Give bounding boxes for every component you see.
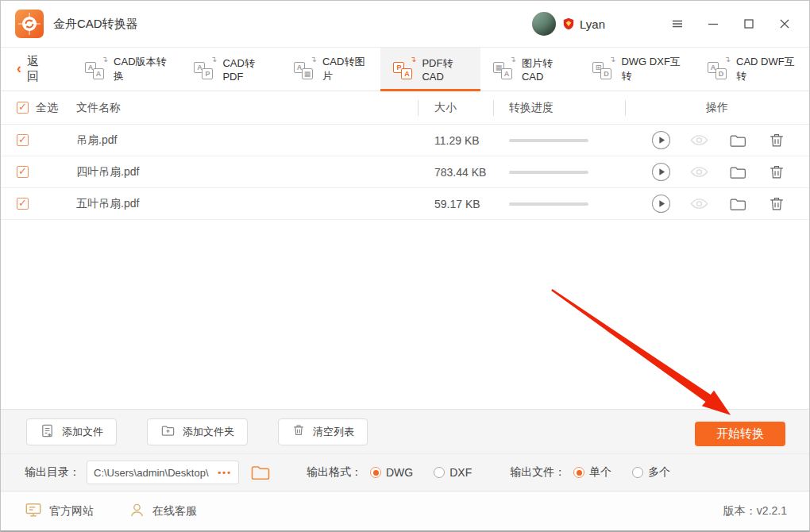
- add-file-button[interactable]: 添加文件: [26, 418, 117, 445]
- tab-pdf-to-cad[interactable]: P↴A PDF转CAD: [380, 48, 480, 91]
- doc-convert-icon: A↴▦: [294, 60, 315, 79]
- radio-single-control: [573, 467, 584, 478]
- file-size: 59.17 KB: [418, 198, 493, 210]
- select-all-checkbox[interactable]: [17, 102, 29, 114]
- clear-list-trash-icon: [291, 423, 306, 440]
- monitor-icon: [25, 501, 42, 521]
- open-output-folder-icon[interactable]: [249, 461, 272, 484]
- doc-convert-icon: A↴A: [85, 60, 106, 79]
- delete-trash-icon[interactable]: [766, 162, 787, 183]
- open-folder-icon[interactable]: [727, 162, 748, 183]
- delete-trash-icon[interactable]: [766, 194, 787, 214]
- radio-multi-control: [632, 467, 643, 478]
- file-size: 11.29 KB: [418, 134, 493, 147]
- row-checkbox[interactable]: [17, 198, 29, 210]
- open-folder-icon[interactable]: [727, 194, 748, 214]
- close-button[interactable]: [777, 17, 792, 31]
- play-icon[interactable]: [650, 162, 671, 183]
- app-logo-icon: [15, 10, 44, 38]
- doc-convert-icon: ▦↴A: [493, 60, 515, 79]
- select-all-label: 全选: [36, 101, 58, 115]
- start-convert-button[interactable]: 开始转换: [695, 421, 785, 445]
- progress-bar: [509, 139, 588, 142]
- play-icon[interactable]: [650, 130, 671, 151]
- person-icon: [129, 502, 145, 521]
- tab-cad-dwf-convert[interactable]: A↴D CAD DWF互转: [695, 48, 809, 91]
- clear-list-button[interactable]: 清空列表: [278, 418, 368, 445]
- back-button[interactable]: ‹ 返回: [1, 48, 64, 91]
- preview-eye-icon[interactable]: [689, 130, 710, 151]
- output-format-label: 输出格式：: [307, 465, 362, 480]
- column-header-name: 文件名称: [60, 101, 418, 115]
- output-file-label: 输出文件：: [510, 465, 565, 480]
- row-checkbox[interactable]: [17, 134, 29, 146]
- file-name: 四叶吊扇.pdf: [60, 165, 418, 179]
- tab-image-to-cad[interactable]: ▦↴A 图片转CAD: [480, 48, 580, 91]
- table-header: 全选 文件名称 大小 转换进度 操作: [1, 91, 809, 125]
- column-header-size: 大小: [418, 101, 493, 115]
- file-name: 吊扇.pdf: [60, 133, 418, 148]
- preview-eye-icon[interactable]: [689, 162, 710, 183]
- tab-cad-version-convert[interactable]: A↴A CAD版本转换: [72, 48, 181, 91]
- add-file-icon: [40, 423, 55, 441]
- open-folder-icon[interactable]: [727, 130, 748, 151]
- progress-bar: [509, 202, 588, 206]
- vip-badge-icon: [562, 17, 575, 30]
- row-checkbox[interactable]: [17, 166, 29, 178]
- avatar[interactable]: [532, 12, 556, 36]
- preview-eye-icon[interactable]: [689, 194, 710, 214]
- radio-dwg-control: [370, 467, 381, 478]
- add-folder-icon: [160, 423, 176, 441]
- progress-bar: [509, 171, 588, 174]
- doc-convert-icon: ⊞↴D: [592, 60, 614, 79]
- delete-trash-icon[interactable]: [766, 130, 787, 151]
- username[interactable]: Lyan: [580, 17, 605, 31]
- bottom-panel: 添加文件 添加文件夹 清空列表 开始转换 输出目录： C:\Users\admi…: [1, 409, 809, 491]
- file-name: 五叶吊扇.pdf: [60, 197, 418, 211]
- titlebar: 金舟CAD转换器 Lyan: [1, 1, 809, 48]
- radio-dxf[interactable]: DXF: [434, 466, 472, 479]
- doc-convert-icon: A↴D: [708, 60, 729, 79]
- back-label: 返回: [27, 54, 48, 84]
- version-label: 版本：v2.2.1: [723, 504, 787, 519]
- file-table: 全选 文件名称 大小 转换进度 操作 吊扇.pdf 11.29 KB 四叶吊扇.…: [1, 91, 809, 220]
- maximize-button[interactable]: [742, 17, 756, 31]
- file-size: 783.44 KB: [418, 166, 493, 179]
- menu-icon[interactable]: [670, 17, 685, 31]
- empty-area: [1, 220, 809, 409]
- browse-button[interactable]: •••: [218, 468, 232, 477]
- doc-convert-icon: P↴A: [393, 60, 415, 79]
- radio-dxf-control: [434, 467, 445, 478]
- official-website-link[interactable]: 官方网站: [25, 501, 94, 521]
- column-header-actions: 操作: [625, 101, 809, 115]
- radio-dwg[interactable]: DWG: [370, 466, 413, 479]
- output-dir-input[interactable]: C:\Users\admin\Desktop\ •••: [87, 461, 239, 484]
- minimize-button[interactable]: [706, 17, 720, 31]
- online-support-link[interactable]: 在线客服: [129, 502, 197, 521]
- table-row: 吊扇.pdf 11.29 KB: [1, 125, 809, 156]
- chevron-left-icon: ‹: [17, 61, 21, 75]
- app-window: 金舟CAD转换器 Lyan: [0, 0, 810, 532]
- tab-cad-to-image[interactable]: A↴▦ CAD转图片: [281, 48, 381, 91]
- radio-multi-file[interactable]: 多个: [632, 465, 670, 480]
- play-icon[interactable]: [650, 194, 671, 214]
- output-dir-label: 输出目录：: [25, 465, 80, 480]
- column-header-progress: 转换进度: [493, 101, 625, 115]
- table-row: 五叶吊扇.pdf 59.17 KB: [1, 188, 809, 220]
- output-settings: 输出目录： C:\Users\admin\Desktop\ ••• 输出格式： …: [1, 453, 809, 491]
- footer: 官方网站 在线客服 版本：v2.2.1: [1, 491, 809, 530]
- radio-single-file[interactable]: 单个: [573, 465, 611, 480]
- output-dir-value: C:\Users\admin\Desktop\: [94, 467, 218, 479]
- tab-bar: ‹ 返回 A↴A CAD版本转换 A↴P CAD转PDF A↴▦ CAD转图片 …: [1, 48, 809, 91]
- app-title: 金舟CAD转换器: [53, 17, 138, 32]
- add-folder-button[interactable]: 添加文件夹: [147, 418, 248, 445]
- table-row: 四叶吊扇.pdf 783.44 KB: [1, 156, 809, 188]
- tab-dwg-dxf-convert[interactable]: ⊞↴D DWG DXF互转: [580, 48, 695, 91]
- doc-convert-icon: A↴P: [194, 60, 215, 79]
- tab-cad-to-pdf[interactable]: A↴P CAD转PDF: [181, 48, 281, 91]
